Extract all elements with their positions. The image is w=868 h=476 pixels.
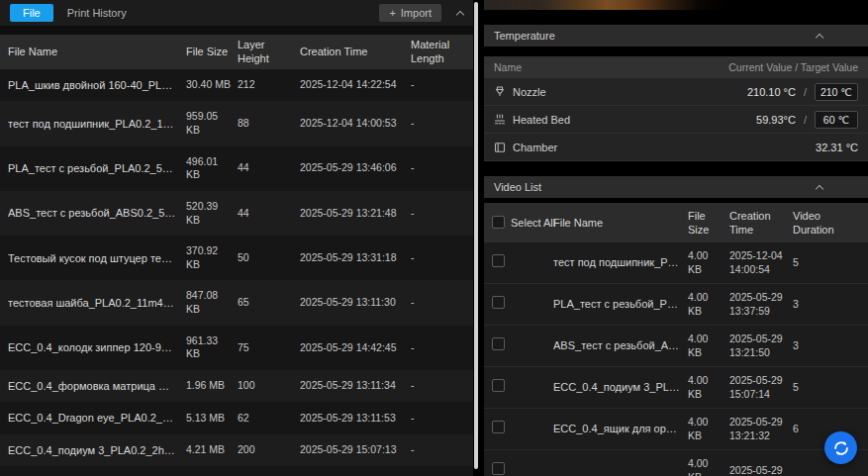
chamber-icon — [494, 142, 506, 153]
creation-time-cell: 2025-05-29 14:42:45 — [300, 341, 411, 355]
file-table-row[interactable]: тестовая шайба_PLA0.2_11m42s.gcode 847.0… — [0, 280, 473, 325]
heated-bed-temperature-row: Heated Bed 59.93°C / 60 ℃ — [484, 106, 868, 134]
temperature-section-header[interactable]: Temperature — [484, 25, 868, 47]
video-table-row[interactable]: ABS_тест с резьбой_ABS0.2_5m... 4.00 KB … — [484, 326, 868, 367]
video-file-size-cell: 4.00 KB — [688, 249, 729, 276]
column-header-video-file-size: File Size — [688, 209, 729, 238]
video-list-section-header[interactable]: Video List — [484, 176, 868, 198]
file-table-row[interactable]: ЕСС_0.4_подиум 3_PLA0.2_2h52m.gcode 4.21… — [0, 434, 473, 466]
video-row-checkbox[interactable] — [492, 462, 505, 475]
layer-height-cell: 44 — [238, 207, 300, 221]
temperature-section-title: Temperature — [494, 30, 555, 42]
file-table-row[interactable]: PLA_шкив двойной 160-40_PLA0.2_6h28m.gc.… — [0, 69, 473, 101]
chamber-current-value: 32.31 °C — [816, 142, 858, 153]
plus-icon: + — [389, 7, 395, 19]
video-row-checkbox[interactable] — [492, 379, 505, 392]
select-all-checkbox[interactable] — [492, 216, 505, 229]
value-divider: / — [804, 114, 807, 126]
video-duration-cell: 5 — [793, 256, 860, 270]
column-header-file-size: File Size — [186, 46, 238, 59]
video-file-name-cell: тест под подшипник_PLA0.2_1... — [553, 255, 688, 269]
layer-height-cell: 100 — [238, 379, 300, 393]
nozzle-temperature-row: Nozzle 210.10 °C / 210 ℃ — [484, 78, 868, 106]
creation-time-cell: 2025-05-29 15:07:13 — [300, 443, 411, 457]
video-table-row[interactable]: ЕСС_0.4_ящик для органайзер_... 4.00 KB … — [484, 409, 868, 450]
file-table-row[interactable]: тест под подшипник_PLA0.2_13m40s.gcode 9… — [0, 101, 473, 145]
heated-bed-target-input[interactable]: 60 ℃ — [815, 111, 858, 129]
column-header-video-file-name: File Name — [553, 216, 688, 230]
material-length-cell: - — [411, 379, 467, 393]
video-row-checkbox[interactable] — [492, 254, 505, 267]
material-length-cell: - — [411, 161, 467, 175]
video-file-name-cell: PLA_тест с резьбой_PLA0.2_5m... — [553, 297, 688, 311]
import-button[interactable]: + Import — [379, 4, 441, 22]
video-file-name-cell: ABS_тест с резьбой_ABS0.2_5m... — [553, 338, 688, 352]
video-file-name-cell: ЕСС_0.4_подиум 3_PLA0.2_2h52... — [553, 380, 688, 394]
column-header-creation-time: Creation Time — [300, 46, 411, 59]
video-creation-time-cell: 2025-05-29 15:07:14 — [729, 374, 793, 401]
file-size-cell: 1.96 MB — [186, 379, 238, 393]
file-name-cell: PLA_тест с резьбой_PLA0.2_5m25s.gcode — [8, 161, 186, 175]
layer-height-cell: 62 — [238, 412, 300, 426]
file-table-row[interactable]: ЕСС_0.4_колодк зиппер 120-90_PLA0.2_1h3m… — [0, 326, 473, 370]
video-table-header: Select All File Name File Size Creation … — [484, 203, 868, 242]
video-table-row[interactable]: 4.00 KB 2025-05-29 — [484, 450, 868, 476]
creation-time-cell: 2025-05-29 13:21:48 — [300, 207, 411, 221]
heated-bed-icon — [494, 114, 506, 126]
refresh-button[interactable] — [824, 431, 857, 464]
video-table-row[interactable]: тест под подшипник_PLA0.2_1... 4.00 KB 2… — [484, 242, 868, 284]
file-size-cell: 496.01 KB — [186, 155, 238, 182]
file-table-row[interactable]: Тестовый кусок под штуцер тест_PLA0.2_5m… — [0, 236, 473, 280]
temperature-value-header: Current Value / Target Value — [728, 61, 858, 73]
video-creation-time-cell: 2025-05-29 13:21:50 — [729, 333, 793, 359]
video-row-checkbox[interactable] — [492, 337, 505, 350]
video-file-size-cell: 4.00 KB — [688, 416, 729, 442]
creation-time-cell: 2025-05-29 13:11:30 — [300, 296, 411, 310]
material-length-cell: - — [411, 443, 467, 457]
file-name-cell: ЕСС_0.4_колодк зиппер 120-90_PLA0.2_1h3m… — [8, 340, 186, 354]
print-history-tab[interactable]: Print History — [67, 7, 127, 19]
file-table-row[interactable]: ABS_тест с резьбой_ABS0.2_5m22s.gcode 52… — [0, 191, 473, 236]
collapse-panel-chevron-icon[interactable] — [456, 10, 464, 18]
video-row-checkbox[interactable] — [492, 296, 505, 309]
printer-status-panel: Temperature Name Current Value / Target … — [484, 0, 868, 476]
video-row-checkbox[interactable] — [492, 421, 505, 433]
file-table-row[interactable]: PLA_тест с резьбой_PLA0.2_5m25s.gcode 49… — [0, 146, 473, 191]
file-name-cell: ЕСС_0.4_Dragon eye_PLA0.2_32m56s.gcode — [8, 411, 186, 425]
file-size-cell: 847.08 KB — [186, 289, 238, 316]
nozzle-target-input[interactable]: 210 ℃ — [815, 83, 858, 101]
layer-height-cell: 200 — [238, 443, 300, 457]
temperature-collapse-chevron-icon[interactable] — [816, 33, 823, 41]
camera-preview-strip — [484, 0, 868, 10]
layer-height-cell: 88 — [238, 117, 300, 131]
file-table-row[interactable]: bio_mold_PLA0.2_5m56s.gcode 1.73 MB 50 2… — [0, 466, 473, 476]
creation-time-cell: 2025-05-29 13:31:18 — [300, 251, 411, 265]
video-file-size-cell: 4.00 KB — [688, 457, 729, 476]
file-size-cell: 4.21 MB — [186, 443, 238, 457]
layer-height-cell: 65 — [238, 296, 300, 310]
file-tab-button[interactable]: File — [10, 4, 53, 22]
file-size-cell: 959.05 KB — [186, 110, 238, 137]
video-table-row[interactable]: ЕСС_0.4_подиум 3_PLA0.2_2h52... 4.00 KB … — [484, 367, 868, 409]
material-length-cell: - — [411, 78, 467, 92]
video-list-collapse-chevron-icon[interactable] — [816, 184, 823, 192]
column-header-file-name: File Name — [8, 46, 186, 59]
video-file-name-cell: ЕСС_0.4_ящик для органайзер_... — [553, 422, 688, 435]
file-size-cell: 5.13 MB — [186, 412, 238, 426]
refresh-icon — [832, 439, 850, 457]
video-table-row[interactable]: PLA_тест с резьбой_PLA0.2_5m... 4.00 KB … — [484, 284, 868, 326]
value-divider: / — [804, 86, 807, 98]
video-duration-cell: 3 — [793, 298, 860, 312]
layer-height-cell: 212 — [238, 78, 300, 92]
file-name-cell: тест под подшипник_PLA0.2_13m40s.gcode — [8, 117, 186, 131]
file-name-cell: тестовая шайба_PLA0.2_11m42s.gcode — [8, 296, 186, 310]
video-file-size-cell: 4.00 KB — [688, 333, 729, 359]
scrollbar-thumb[interactable] — [474, 2, 478, 469]
material-length-cell: - — [411, 117, 467, 131]
video-file-size-cell: 4.00 KB — [688, 291, 729, 318]
video-creation-time-cell: 2025-12-04 14:00:54 — [729, 249, 793, 276]
file-table-row[interactable]: ЕСС_0.4_формовка матрица мультиход 11_P.… — [0, 370, 473, 402]
layer-height-cell: 44 — [238, 161, 300, 175]
file-name-cell: ABS_тест с резьбой_ABS0.2_5m22s.gcode — [8, 206, 186, 220]
file-table-row[interactable]: ЕСС_0.4_Dragon eye_PLA0.2_32m56s.gcode 5… — [0, 402, 473, 433]
